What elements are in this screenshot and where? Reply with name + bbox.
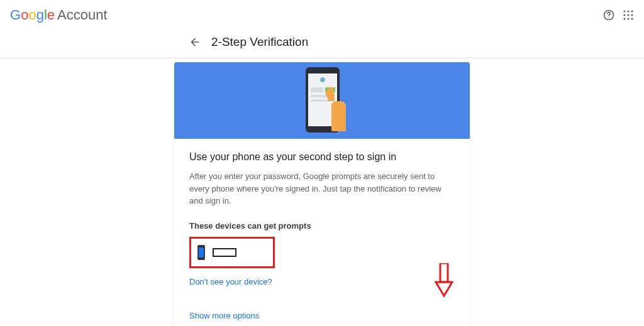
- device-prompt-row: [189, 237, 275, 268]
- svg-point-5: [623, 14, 625, 16]
- svg-point-2: [623, 10, 625, 12]
- help-icon[interactable]: [602, 9, 615, 21]
- card-description: After you enter your password, Google pr…: [189, 170, 455, 207]
- svg-point-6: [627, 14, 629, 16]
- page-title: 2-Step Verification: [211, 35, 308, 49]
- hero-illustration: [174, 62, 470, 139]
- svg-point-8: [623, 18, 625, 19]
- svg-rect-20: [440, 263, 448, 282]
- setup-card: Use your phone as your second step to si…: [174, 62, 470, 326]
- phone-icon: [197, 245, 205, 260]
- google-logotype: Google: [10, 7, 55, 23]
- global-header: Google Account: [0, 0, 644, 30]
- dont-see-device-link[interactable]: Don't see your device?: [189, 277, 272, 286]
- brand-logo: Google Account: [10, 7, 108, 23]
- devices-heading: These devices can get prompts: [189, 221, 455, 231]
- annotation-arrow-icon: [435, 263, 453, 298]
- svg-rect-18: [311, 99, 330, 102]
- svg-point-7: [631, 14, 633, 16]
- svg-point-9: [627, 18, 629, 19]
- svg-point-14: [320, 77, 325, 82]
- brand-suffix: Account: [57, 7, 108, 23]
- svg-rect-19: [328, 87, 333, 94]
- svg-point-4: [631, 10, 633, 12]
- card-title: Use your phone as your second step to si…: [189, 151, 455, 163]
- apps-grid-icon[interactable]: [623, 9, 634, 21]
- svg-rect-15: [311, 87, 323, 92]
- back-arrow-icon[interactable]: [189, 36, 201, 48]
- svg-point-3: [627, 10, 629, 12]
- device-name-placeholder: [213, 248, 236, 257]
- show-more-options-link[interactable]: Show more options: [189, 311, 259, 320]
- svg-point-1: [608, 17, 609, 18]
- svg-point-10: [631, 18, 633, 19]
- subheader: 2-Step Verification: [0, 30, 644, 58]
